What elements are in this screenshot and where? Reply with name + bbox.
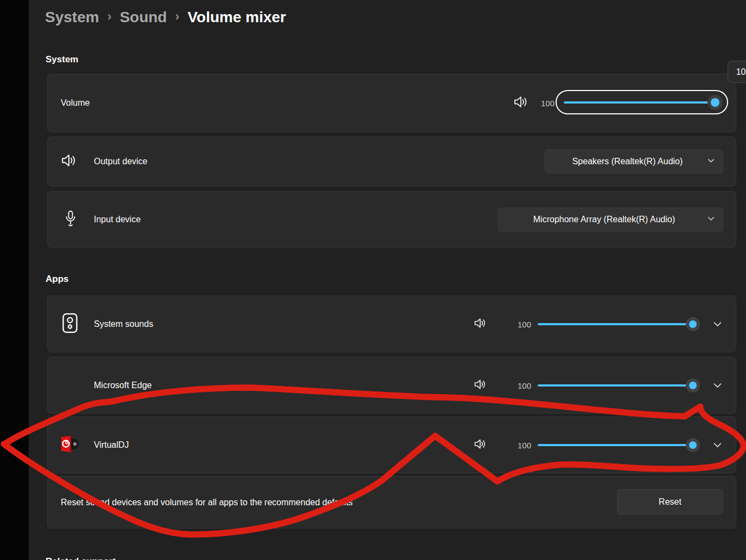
- app-row-virtualdj: VirtualDJ 100: [47, 416, 736, 473]
- app-name: VirtualDJ: [94, 440, 129, 450]
- volume-label: Volume: [61, 98, 90, 108]
- output-device-label: Output device: [94, 157, 148, 166]
- app-name: Microsoft Edge: [94, 381, 152, 390]
- reset-row: Reset sound devices and volumes for all …: [47, 476, 736, 529]
- breadcrumb-separator-icon: ›: [167, 9, 188, 24]
- breadcrumb-separator-icon: ›: [99, 9, 120, 24]
- volume-row: Volume 100: [47, 74, 736, 132]
- section-header-apps: Apps: [46, 274, 69, 285]
- app-volume-value: 100: [513, 440, 531, 449]
- speaker-icon[interactable]: [474, 438, 487, 452]
- settings-page: System › Sound › Volume mixer System Vol…: [29, 0, 746, 560]
- speaker-icon: [61, 153, 77, 170]
- clipped-bottom-heading: Related support: [46, 556, 116, 560]
- speaker-icon[interactable]: [474, 317, 487, 331]
- app-row-microsoft-edge: Microsoft Edge 100: [47, 357, 736, 414]
- microphone-icon: [64, 210, 77, 229]
- volume-tooltip: 100: [728, 61, 746, 83]
- left-black-strip: [0, 0, 29, 560]
- app-volume-slider[interactable]: [538, 444, 698, 446]
- app-volume-slider[interactable]: [538, 384, 698, 387]
- input-device-row: Input device Microphone Array (Realtek(R…: [47, 191, 736, 248]
- app-volume-slider-thumb[interactable]: [686, 317, 700, 331]
- volume-slider-thumb[interactable]: [707, 95, 723, 110]
- app-volume-slider-thumb[interactable]: [686, 378, 700, 392]
- speaker-icon: [513, 95, 528, 111]
- virtualdj-icon: [60, 434, 79, 455]
- breadcrumb: System › Sound › Volume mixer: [45, 9, 286, 26]
- speaker-icon[interactable]: [474, 378, 487, 392]
- app-row-system-sounds: System sounds 100: [47, 295, 736, 352]
- page-title: Volume mixer: [188, 9, 286, 26]
- breadcrumb-sound[interactable]: Sound: [120, 9, 167, 26]
- output-device-value: Speakers (Realtek(R) Audio): [572, 157, 683, 166]
- input-device-value: Microphone Array (Realtek(R) Audio): [533, 215, 675, 224]
- app-volume-value: 100: [513, 319, 531, 329]
- volume-slider[interactable]: [556, 90, 728, 114]
- reset-button[interactable]: Reset: [617, 489, 723, 514]
- volume-value: 100: [536, 99, 554, 108]
- section-header-system: System: [46, 54, 78, 65]
- app-name: System sounds: [94, 319, 153, 329]
- output-device-dropdown[interactable]: Speakers (Realtek(R) Audio): [545, 150, 723, 173]
- output-device-row: Output device Speakers (Realtek(R) Audio…: [47, 137, 736, 186]
- system-sounds-icon: [62, 313, 78, 335]
- volume-slider-track[interactable]: [564, 101, 720, 104]
- app-volume-slider[interactable]: [538, 323, 698, 325]
- app-volume-slider-thumb[interactable]: [686, 438, 700, 452]
- input-device-label: Input device: [94, 215, 141, 224]
- expand-chevron-icon[interactable]: [710, 378, 724, 392]
- chevron-down-icon: [707, 214, 715, 224]
- reset-description: Reset sound devices and volumes for all …: [61, 498, 353, 507]
- expand-chevron-icon[interactable]: [710, 438, 724, 452]
- input-device-dropdown[interactable]: Microphone Array (Realtek(R) Audio): [498, 208, 723, 231]
- app-volume-value: 100: [513, 381, 531, 390]
- breadcrumb-system[interactable]: System: [45, 9, 99, 26]
- expand-chevron-icon[interactable]: [710, 317, 724, 331]
- chevron-down-icon: [707, 157, 715, 167]
